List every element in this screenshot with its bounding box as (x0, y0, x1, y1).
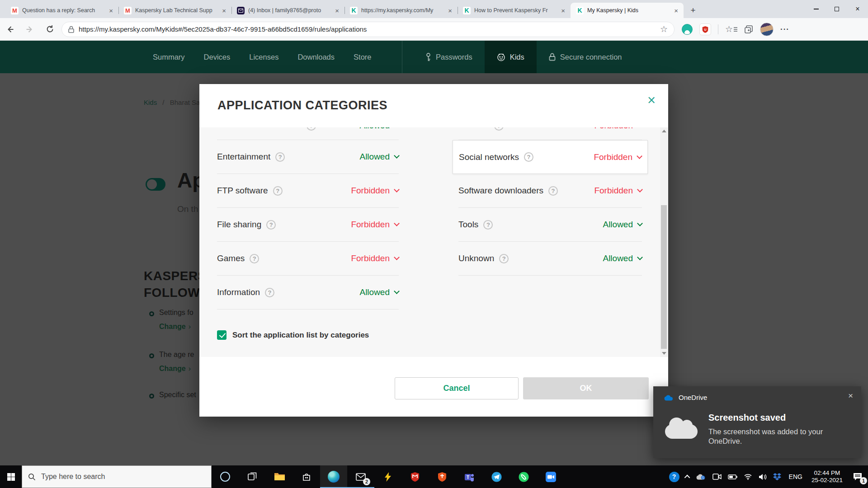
tab-close-icon[interactable]: × (333, 7, 341, 14)
category-value-dropdown[interactable]: Allowed (359, 287, 399, 297)
nav-item-licenses[interactable]: Licenses (249, 53, 278, 61)
modal-close-button[interactable]: × (647, 93, 656, 107)
nav-item-downloads[interactable]: Downloads (297, 53, 335, 61)
category-value-dropdown[interactable]: Forbidden (594, 186, 642, 196)
taskbar-cortana-button[interactable] (212, 465, 239, 488)
toast-close-icon[interactable]: × (848, 391, 853, 401)
help-icon[interactable]: ? (548, 186, 558, 196)
nav-divider (402, 41, 402, 73)
tray-battery-button[interactable] (725, 465, 741, 488)
tab-kaspersky-support[interactable]: M Kaspersky Lab Technical Supp × (118, 3, 231, 18)
nav-item-summary[interactable]: Summary (153, 53, 185, 61)
scroll-down-arrow-icon[interactable] (662, 352, 666, 355)
taskbar-task-view-button[interactable] (239, 465, 266, 488)
taskbar-mail-button[interactable]: 2 (347, 465, 374, 488)
category-value-dropdown[interactable]: Allowed (603, 220, 642, 230)
taskbar-store-button[interactable] (293, 465, 320, 488)
tab-close-icon[interactable]: × (107, 7, 115, 14)
category-value-dropdown[interactable]: Forbidden (594, 152, 642, 162)
help-icon[interactable]: ? (275, 152, 285, 162)
close-window-button[interactable]: × (847, 0, 868, 18)
language-indicator[interactable]: ENG (784, 465, 807, 488)
tab-title: My Kaspersky | Kids (587, 7, 669, 14)
taskbar-file-explorer-button[interactable] (266, 465, 293, 488)
taskbar-security-app-button[interactable] (429, 465, 456, 488)
back-button[interactable] (0, 19, 20, 39)
modal-scrollbar[interactable] (660, 127, 668, 357)
help-icon[interactable]: ? (494, 127, 504, 131)
system-tray: ? ENG 02:44 PM (666, 465, 868, 488)
action-center-button[interactable]: 1 (847, 465, 868, 488)
tray-onedrive-button[interactable] (693, 465, 709, 488)
help-icon[interactable]: ? (250, 254, 259, 263)
help-icon[interactable]: ? (273, 186, 283, 196)
category-value-dropdown[interactable]: Forbidden (351, 186, 399, 196)
help-icon[interactable]: ? (483, 220, 493, 230)
add-favorite-icon[interactable]: ☆ (660, 24, 668, 34)
sort-checkbox-label[interactable]: Sort the application list by categories (232, 331, 369, 340)
clock[interactable]: 02:44 PM 25-02-2021 (807, 465, 847, 488)
start-button[interactable] (0, 465, 22, 488)
tab-close-icon[interactable]: × (446, 7, 454, 14)
nav-item-secure-connection[interactable]: Secure connection (537, 41, 634, 73)
browser-menu-icon[interactable]: ··· (780, 25, 789, 34)
sort-checkbox[interactable] (217, 330, 226, 340)
onedrive-notification[interactable]: OneDrive × Screenshot saved The screensh… (653, 386, 861, 458)
minimize-button[interactable] (806, 0, 826, 18)
tab-close-icon[interactable]: × (559, 7, 567, 14)
nav-item-devices[interactable]: Devices (204, 53, 231, 61)
taskbar-screenshot-tool-button[interactable] (374, 465, 401, 488)
tab-gmail-question[interactable]: M Question has a reply: Search × (5, 3, 118, 18)
taskbar-whatsapp-button[interactable] (510, 465, 537, 488)
scrollbar-thumb[interactable] (661, 205, 667, 349)
profile-avatar[interactable] (760, 23, 774, 36)
cancel-button[interactable]: Cancel (395, 377, 519, 399)
taskbar-search-box[interactable]: Type here to search (22, 465, 212, 488)
help-icon[interactable]: ? (499, 254, 509, 263)
nav-item-store[interactable]: Store (354, 53, 371, 61)
maximize-button[interactable] (826, 0, 847, 18)
category-value[interactable]: Forbidden (594, 127, 633, 131)
tray-dropbox-button[interactable] (770, 465, 784, 488)
refresh-button[interactable] (40, 19, 60, 39)
category-value-dropdown[interactable]: Allowed (603, 253, 642, 263)
category-value-dropdown[interactable]: Allowed (359, 152, 399, 162)
taskbar-edge-button[interactable] (320, 465, 347, 488)
new-tab-button[interactable]: + (686, 4, 700, 17)
tab-close-icon[interactable]: × (220, 7, 228, 14)
category-value[interactable]: Allowed (359, 127, 390, 131)
tab-mykaspersky-url[interactable]: K https://my.kaspersky.com/My × (344, 3, 458, 18)
favorites-icon[interactable]: ☆ (725, 24, 737, 34)
tab-close-icon[interactable]: × (672, 7, 680, 14)
tray-meet-now-button[interactable] (709, 465, 725, 488)
ok-button-disabled[interactable]: OK (523, 377, 649, 399)
help-icon[interactable]: ? (307, 127, 316, 131)
category-value-dropdown[interactable]: Forbidden (351, 253, 399, 263)
help-icon[interactable]: ? (266, 220, 276, 230)
tab-prevent-kaspersky[interactable]: K How to Prevent Kaspersky Fr × (458, 3, 571, 18)
taskbar-telegram-button[interactable] (483, 465, 510, 488)
forward-button[interactable] (20, 19, 40, 39)
taskbar-teams-button[interactable]: T (456, 465, 483, 488)
tray-volume-button[interactable] (755, 465, 770, 488)
tab-proton-inbox[interactable]: (4) Inbox | family8765@proto × (231, 3, 344, 18)
scroll-up-arrow-icon[interactable] (662, 130, 666, 132)
taskbar-mcafee-button[interactable] (401, 465, 429, 488)
vpn-extension-icon[interactable] (682, 24, 693, 35)
camera-outline-icon (712, 474, 722, 480)
tray-network-button[interactable] (741, 465, 755, 488)
help-icon[interactable]: ? (524, 152, 533, 162)
kaspersky-icon: K (576, 7, 584, 14)
taskbar-video-call-button[interactable] (537, 465, 564, 488)
address-bar[interactable]: https://my.kaspersky.com/MyKids#/5ec2025… (61, 22, 675, 37)
tray-expand-button[interactable] (683, 465, 693, 488)
chevron-down-icon (394, 254, 400, 260)
help-icon[interactable]: ? (265, 288, 274, 297)
collections-icon[interactable] (744, 25, 753, 34)
category-value-dropdown[interactable]: Forbidden (351, 220, 399, 230)
tab-my-kaspersky-kids-active[interactable]: K My Kaspersky | Kids × (571, 3, 684, 18)
security-extension-icon[interactable]: U (699, 23, 711, 35)
nav-item-kids[interactable]: Kids (485, 41, 537, 73)
nav-item-passwords[interactable]: Passwords (413, 41, 485, 73)
get-help-button[interactable]: ? (666, 465, 683, 488)
